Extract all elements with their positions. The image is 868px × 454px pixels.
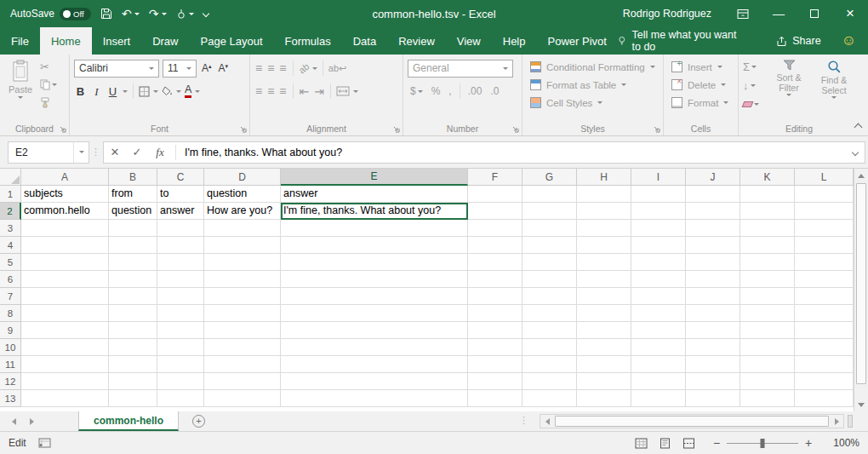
cell-L3[interactable] (795, 220, 854, 237)
cell-A1[interactable]: subjects (21, 186, 109, 203)
cell-D13[interactable] (204, 390, 281, 407)
fill-color-dropdown-icon[interactable] (176, 90, 181, 93)
borders-dropdown-icon[interactable] (153, 90, 158, 93)
cell-K10[interactable] (740, 339, 795, 356)
row-header-5[interactable]: 5 (0, 254, 21, 271)
ribbon-display-options-button[interactable] (725, 0, 761, 27)
cell-H2[interactable] (577, 203, 631, 220)
cell-C7[interactable] (157, 288, 204, 305)
row-header-8[interactable]: 8 (0, 305, 21, 322)
cell-L7[interactable] (795, 288, 854, 305)
cell-K1[interactable] (740, 186, 795, 203)
cell-I6[interactable] (631, 271, 686, 288)
cell-J2[interactable] (686, 203, 740, 220)
cell-C11[interactable] (157, 356, 204, 373)
copy-dropdown-icon[interactable] (52, 83, 57, 86)
cell-E3[interactable] (281, 220, 468, 237)
cell-H11[interactable] (577, 356, 631, 373)
cell-I5[interactable] (631, 254, 686, 271)
percent-style-button[interactable]: % (429, 85, 443, 97)
italic-button[interactable]: I (90, 86, 103, 97)
redo-dropdown-icon[interactable] (162, 13, 167, 15)
cell-K12[interactable] (740, 373, 795, 390)
borders-icon[interactable] (139, 86, 150, 97)
paste-dropdown-icon[interactable] (18, 96, 23, 99)
number-dialog-launcher[interactable] (511, 125, 519, 133)
cell-I2[interactable] (631, 203, 686, 220)
fill-button[interactable]: ↓ (743, 78, 765, 93)
cell-F7[interactable] (468, 288, 523, 305)
align-center-icon[interactable]: ≡ (266, 85, 275, 97)
save-button[interactable] (100, 8, 112, 20)
cell-A3[interactable] (21, 220, 109, 237)
scroll-down-button[interactable] (854, 398, 868, 411)
cell-L2[interactable] (795, 203, 854, 220)
cell-E8[interactable] (281, 305, 468, 322)
cell-H5[interactable] (577, 254, 631, 271)
cell-E5[interactable] (281, 254, 468, 271)
cell-L4[interactable] (795, 237, 854, 254)
column-header-C[interactable]: C (157, 169, 204, 186)
minimize-button[interactable]: — (761, 0, 797, 27)
cell-G5[interactable] (523, 254, 577, 271)
font-color-dropdown-icon[interactable] (195, 90, 200, 93)
cell-J8[interactable] (686, 305, 740, 322)
row-header-6[interactable]: 6 (0, 271, 21, 288)
cell-C1[interactable]: to (157, 186, 204, 203)
column-header-G[interactable]: G (523, 169, 577, 186)
format-button[interactable]: Format (668, 94, 734, 112)
font-size-combo[interactable]: 11 (163, 60, 197, 78)
row-header-3[interactable]: 3 (0, 220, 21, 237)
row-header-7[interactable]: 7 (0, 288, 21, 305)
cell-B8[interactable] (109, 305, 157, 322)
cell-E11[interactable] (281, 356, 468, 373)
cell-J11[interactable] (686, 356, 740, 373)
decrease-decimal-button[interactable]: .0 (488, 85, 501, 97)
sheet-tab-common-hello[interactable]: common-hello (78, 411, 179, 431)
copy-button[interactable] (40, 78, 57, 92)
column-header-F[interactable]: F (468, 169, 523, 186)
column-header-E[interactable]: E (281, 169, 468, 186)
cell-F6[interactable] (468, 271, 523, 288)
row-header-4[interactable]: 4 (0, 237, 21, 254)
ribbon-tab-file[interactable]: File (0, 27, 40, 55)
comma-style-button[interactable]: , (446, 85, 454, 97)
accounting-dropdown-icon[interactable] (418, 90, 423, 93)
sheet-prev-button[interactable] (12, 418, 16, 425)
cell-K13[interactable] (740, 390, 795, 407)
zoom-slider[interactable] (727, 443, 798, 444)
row-header-12[interactable]: 12 (0, 373, 21, 390)
cell-B9[interactable] (109, 322, 157, 339)
cell-G10[interactable] (523, 339, 577, 356)
cell-I1[interactable] (631, 186, 686, 203)
cell-C10[interactable] (157, 339, 204, 356)
horizontal-scroll-thumb[interactable] (555, 416, 829, 427)
name-box[interactable]: E2 (8, 141, 89, 164)
font-name-combo[interactable]: Calibri (74, 60, 159, 78)
row-header-11[interactable]: 11 (0, 356, 21, 373)
cell-C6[interactable] (157, 271, 204, 288)
select-all-button[interactable] (0, 169, 21, 186)
cell-I13[interactable] (631, 390, 686, 407)
cell-G9[interactable] (523, 322, 577, 339)
close-button[interactable]: × (832, 0, 868, 27)
cell-E13[interactable] (281, 390, 468, 407)
cell-J4[interactable] (686, 237, 740, 254)
cell-G1[interactable] (523, 186, 577, 203)
column-header-H[interactable]: H (577, 169, 631, 186)
find-select-button[interactable]: Find & Select (813, 58, 855, 112)
orientation-dropdown-icon[interactable] (312, 67, 317, 70)
font-name-dropdown-icon[interactable] (149, 67, 154, 70)
cell-C3[interactable] (157, 220, 204, 237)
cell-H3[interactable] (577, 220, 631, 237)
cell-J7[interactable] (686, 288, 740, 305)
column-header-J[interactable]: J (686, 169, 740, 186)
scroll-right-button[interactable] (830, 415, 843, 428)
cell-B13[interactable] (109, 390, 157, 407)
column-header-L[interactable]: L (795, 169, 854, 186)
cell-F5[interactable] (468, 254, 523, 271)
enter-button[interactable]: ✓ (126, 146, 148, 158)
vertical-scrollbar[interactable] (854, 169, 868, 411)
cell-I12[interactable] (631, 373, 686, 390)
share-button[interactable]: Share (776, 27, 820, 55)
